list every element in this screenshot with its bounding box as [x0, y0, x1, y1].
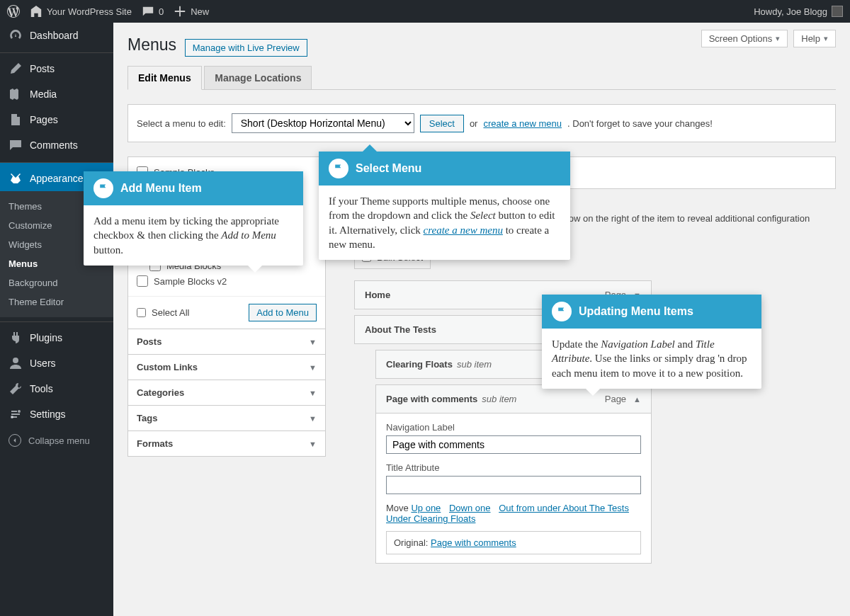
move-row: Move Up one Down one Out from under Abou… [386, 503, 641, 524]
tooltip-updating-items: Updating Menu Items Update the Navigatio… [542, 295, 761, 389]
sidebar-item-tools[interactable]: Tools [0, 376, 113, 401]
tooltip-select-menu: Select Menu If your Theme supports multi… [319, 152, 570, 260]
create-new-menu-link[interactable]: create a new menu [483, 118, 562, 129]
collapse-menu[interactable]: Collapse menu [0, 427, 113, 454]
select-button[interactable]: Select [420, 115, 464, 132]
menu-select-dropdown[interactable]: Short (Desktop Horizontal Menu) [232, 113, 414, 133]
nav-label-input[interactable] [386, 435, 641, 454]
sidebar-item-media[interactable]: Media [0, 81, 113, 107]
sidebar-item-settings[interactable]: Settings [0, 401, 113, 427]
submenu-background[interactable]: Background [0, 273, 113, 292]
postbox-categories[interactable]: Categories▼ [128, 380, 326, 406]
flag-icon [552, 302, 572, 321]
admin-bar: Your WordPress Site 0 New Howdy, Joe Blo… [0, 0, 850, 23]
move-up-one[interactable]: Up one [411, 503, 441, 513]
svg-point-0 [13, 358, 18, 363]
postbox-tags[interactable]: Tags▼ [128, 405, 326, 431]
sidebar-item-posts[interactable]: Posts [0, 52, 113, 81]
sidebar-item-users[interactable]: Users [0, 350, 113, 376]
avatar [832, 6, 843, 17]
postbox-formats[interactable]: Formats▼ [128, 430, 326, 457]
select-all-checkbox[interactable]: Select All [137, 307, 189, 318]
postbox-posts[interactable]: Posts▼ [128, 329, 326, 355]
help-button[interactable]: Help [793, 30, 836, 47]
flag-icon [94, 178, 113, 198]
checkbox-sample-blocks-v2[interactable]: Sample Blocks v2 [137, 273, 317, 289]
screen-options-button[interactable]: Screen Options [701, 30, 788, 47]
user-greeting[interactable]: Howdy, Joe Blogg [754, 6, 843, 17]
site-name[interactable]: Your WordPress Site [30, 5, 132, 18]
nav-label-label: Navigation Label [386, 422, 641, 433]
tooltip-create-link[interactable]: create a new menu [424, 224, 503, 236]
page-title: Menus [128, 23, 176, 62]
menu-select-label: Select a menu to edit: [137, 118, 226, 129]
chevron-down-icon: ▼ [309, 338, 317, 346]
sidebar-item-dashboard[interactable]: Dashboard [0, 23, 113, 48]
chevron-down-icon: ▼ [309, 363, 317, 372]
submenu-theme-editor[interactable]: Theme Editor [0, 292, 113, 312]
postbox-custom-links[interactable]: Custom Links▼ [128, 354, 326, 380]
comments-link[interactable]: 0 [142, 5, 164, 18]
menu-item-page-comments[interactable]: Page with commentssub itemPage▲ [375, 384, 652, 413]
tab-manage-locations[interactable]: Manage Locations [204, 66, 312, 89]
wp-logo[interactable] [7, 5, 20, 18]
new-content[interactable]: New [174, 5, 209, 18]
title-attr-label: Title Attribute [386, 462, 641, 473]
menu-select-bar: Select a menu to edit: Short (Desktop Ho… [128, 104, 836, 142]
move-under[interactable]: Under Clearing Floats [386, 513, 475, 524]
move-out[interactable]: Out from under About The Tests [499, 503, 629, 513]
nav-tabs: Edit Menus Manage Locations [128, 66, 836, 90]
tooltip-add-menu-item: Add Menu Item Add a menu item by ticking… [84, 171, 303, 266]
flag-icon [329, 159, 348, 178]
chevron-down-icon: ▼ [309, 389, 317, 397]
sidebar-item-pages[interactable]: Pages [0, 107, 113, 132]
original-link[interactable]: Page with comments [431, 537, 516, 548]
original-box: Original: Page with comments [386, 531, 641, 554]
chevron-up-icon[interactable]: ▲ [633, 395, 641, 404]
title-attr-input[interactable] [386, 476, 641, 494]
svg-point-1 [18, 410, 21, 413]
tab-edit-menus[interactable]: Edit Menus [128, 66, 202, 90]
svg-point-2 [11, 416, 13, 418]
sidebar-item-comments[interactable]: Comments [0, 132, 113, 158]
add-to-menu-button[interactable]: Add to Menu [249, 304, 317, 321]
chevron-down-icon: ▼ [309, 414, 317, 423]
chevron-down-icon: ▼ [309, 440, 317, 448]
admin-sidebar: Dashboard Posts Media Pages Comments App… [0, 23, 113, 616]
menu-item-settings: Navigation Label Title Attribute Move Up… [375, 413, 652, 564]
move-down-one[interactable]: Down one [449, 503, 491, 513]
live-preview-button[interactable]: Manage with Live Preview [185, 39, 307, 57]
sidebar-item-plugins[interactable]: Plugins [0, 321, 113, 350]
